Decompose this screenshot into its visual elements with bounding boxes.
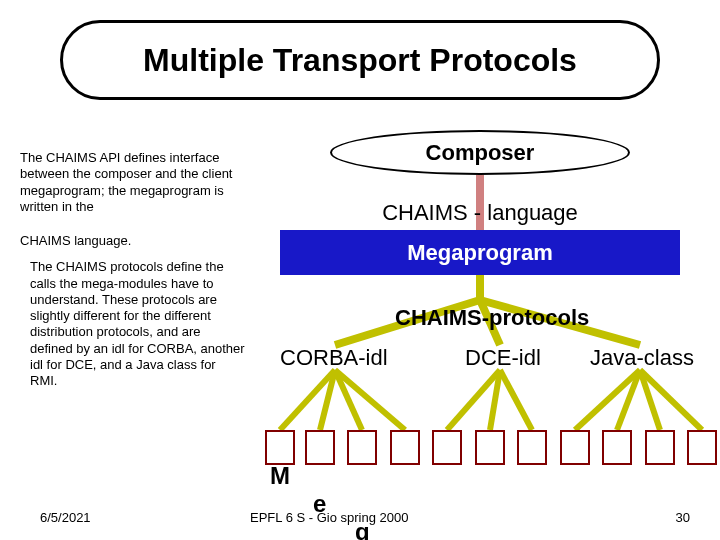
java-class-label: Java-class [590,345,694,371]
corba-idl-label: CORBA-idl [280,345,388,371]
megaprogram-label: Megaprogram [407,240,552,266]
paragraph-api: The CHAIMS API defines interface between… [20,150,245,215]
svg-line-11 [500,370,532,430]
megamodules-row: M e g a m o d u l e s [250,430,710,470]
slide-title: Multiple Transport Protocols [143,42,577,79]
footer-source: EPFL 6 S - Gio spring 2000 [250,510,409,525]
footer-date: 6/5/2021 [40,510,91,525]
megaprogram-node: Megaprogram [280,230,680,275]
title-frame: Multiple Transport Protocols [60,20,660,100]
paragraph-language: CHAIMS language. [20,233,245,249]
diagram: Composer CHAIMS - language Megaprogram C… [250,130,710,490]
dce-idl-label: DCE-idl [465,345,541,371]
composer-node: Composer [330,130,630,175]
chaims-language-label: CHAIMS - language [340,200,620,226]
module-letter: M [270,462,290,490]
description-column: The CHAIMS API defines interface between… [20,150,245,389]
footer-page-number: 30 [676,510,690,525]
chaims-protocols-label: CHAIMS-protocols [395,305,655,331]
paragraph-protocols: The CHAIMS protocols define the calls th… [20,259,245,389]
composer-label: Composer [426,140,535,166]
slide: Multiple Transport Protocols The CHAIMS … [0,0,720,540]
